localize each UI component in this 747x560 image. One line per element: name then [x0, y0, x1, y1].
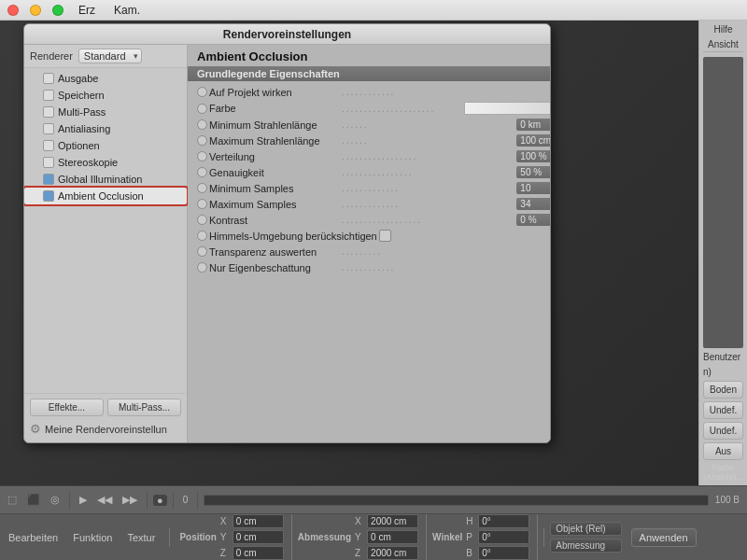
prop-value-vert[interactable]: 100 % [516, 150, 550, 162]
toolbar-divider-1 [69, 491, 70, 510]
prop-radio-maxsamp [197, 199, 207, 209]
prop-row-minsamp: Minimum Samples ............. 10 [197, 180, 550, 196]
prop-row-himmel: Himmels-Umgebung berücksichtigen [197, 228, 550, 244]
section-header: Grundlegende Eigenschaften [188, 66, 550, 81]
winkel-rows: H P B [466, 514, 529, 560]
win-p-input[interactable] [478, 530, 529, 544]
obj-rel-dropdown[interactable]: Objekt (Rel) [550, 522, 621, 536]
sidebar-item-multipass[interactable]: Multi-Pass [24, 104, 187, 120]
prop-dots-0: ............ [342, 87, 550, 97]
prop-label-minsamp: Minimum Samples [209, 183, 340, 194]
prop-value-minstrl[interactable]: 0 km [516, 119, 550, 131]
menu-funktion[interactable]: Funktion [68, 532, 117, 543]
toolbar-timeline[interactable] [204, 495, 709, 506]
prop-value-kontr[interactable]: 0 % [516, 214, 550, 226]
sidebar-item-optionen[interactable]: Optionen [24, 137, 187, 154]
color-bar[interactable] [464, 102, 550, 115]
multipass-btn[interactable]: Multi-Pass... [107, 399, 181, 416]
prop-label-vert: Verteilung [209, 151, 340, 162]
right-panel: Hilfе Ansicht Benutzer n) Boden Undef. U… [698, 21, 747, 485]
pos-y-input[interactable] [233, 530, 284, 544]
prop-value-minsamp[interactable]: 10 [516, 182, 550, 194]
win-p-axis: P [466, 532, 475, 542]
abm-z-input[interactable] [367, 546, 418, 560]
toolbar-icon-play[interactable]: ▶ [76, 494, 91, 506]
prop-radio-gen [197, 167, 207, 177]
speichern-label: Speichern [58, 90, 105, 101]
prop-check-himmel[interactable] [379, 230, 391, 242]
win-row-b: B [466, 546, 529, 560]
meine-label: Meine Rendervoreinstellun [45, 424, 167, 435]
optionen-check [43, 140, 54, 151]
abm-y-axis: Y [355, 532, 364, 542]
abm-y-input[interactable] [367, 530, 418, 544]
effekte-btn[interactable]: Effekte... [30, 399, 104, 416]
win-h-axis: H [466, 516, 475, 526]
toolbar-divider-3 [173, 491, 174, 510]
pos-z-input[interactable] [233, 546, 284, 560]
sidebar-item-gi[interactable]: Global Illumination [24, 171, 187, 188]
menu-kamera[interactable]: Kam. [110, 2, 144, 19]
dialog-titlebar: Rendervoreinstellungen [24, 24, 550, 45]
prop-dots-gen: ................ [342, 167, 514, 177]
pos-x-input[interactable] [233, 514, 284, 528]
right-btn-undef2[interactable]: Undef. [703, 422, 743, 440]
toolbar-icon-record[interactable]: ● [153, 495, 167, 506]
sidebar-item-antialiasing[interactable]: Antialiasing [24, 120, 187, 137]
toolbar-icon-rewind[interactable]: ◀◀ [93, 494, 116, 506]
win-h-input[interactable] [478, 514, 529, 528]
prop-dots-kontr: .................. [342, 215, 514, 225]
right-btn-undef1[interactable]: Undef. [703, 401, 743, 419]
minimize-btn[interactable] [30, 5, 41, 16]
right-panel-farbe-label: Farbe (Ansicht)... [703, 463, 743, 482]
renderer-dropdown[interactable]: Standard [78, 49, 142, 63]
abm-row-y: Y [355, 530, 418, 544]
prop-row-eigen: Nur Eigenbeschattung ............ [197, 259, 550, 275]
meine-row: ⚙ Meine Rendervoreinstellun [30, 420, 181, 438]
speichern-check [43, 90, 54, 101]
prop-row-minstrl: Minimum Strahlenlänge ...... 0 km [197, 117, 550, 133]
prop-label-trans: Transparenz auswerten [209, 246, 340, 258]
toolbar-icon-2[interactable]: ⬛ [23, 494, 44, 506]
prop-radio-kontr [197, 215, 207, 225]
menu-textur[interactable]: Textur [122, 532, 160, 543]
right-panel-benutzer-label: Benutzer [703, 351, 743, 363]
abm-x-input[interactable] [367, 514, 418, 528]
multipass-label: Multi-Pass [58, 106, 106, 118]
sidebar-item-ao[interactable]: Ambient Occlusion [24, 188, 187, 204]
right-btn-boden[interactable]: Boden [703, 381, 743, 399]
prop-value-maxsamp[interactable]: 34 [516, 198, 550, 210]
prop-label-kontr: Kontrast [209, 215, 340, 226]
prop-value-gen[interactable]: 50 % [516, 166, 550, 178]
pos-row-y: Y [220, 530, 284, 544]
sidebar-item-stereoskopie[interactable]: Stereoskopie [24, 154, 187, 171]
prop-row-kontr: Kontrast .................. 0 % [197, 212, 550, 228]
prop-row-farbe: Farbe ..................... [197, 100, 550, 117]
prop-label-minstrl: Minimum Strahlenlänge [209, 119, 340, 131]
sidebar-item-speichern[interactable]: Speichern [24, 87, 187, 104]
toolbar-icon-forward[interactable]: ▶▶ [119, 494, 141, 506]
prop-row-maxsamp: Maximum Samples ............. 34 [197, 196, 550, 212]
win-b-axis: B [466, 548, 475, 558]
menu-bearbeiten[interactable]: Bearbeiten [4, 532, 63, 543]
toolbar-icon-1[interactable]: ⬚ [4, 494, 21, 506]
apply-button[interactable]: Anwenden [631, 528, 697, 547]
right-btn-aus[interactable]: Aus [703, 442, 743, 460]
prop-dots-eigen: ............ [342, 262, 550, 273]
menu-erz[interactable]: Erz [75, 2, 99, 19]
win-b-input[interactable] [478, 546, 529, 560]
maximize-btn[interactable] [52, 5, 63, 16]
sidebar-item-ausgabe[interactable]: Ausgabe [24, 70, 187, 87]
prop-row-gen: Genauigkeit ................ 50 % [197, 164, 550, 180]
close-btn[interactable] [7, 5, 19, 16]
prop-dots-maxsamp: ............. [342, 199, 514, 209]
screen: Erz Kam. Hilfе Ansicht Benutzer n) Boden… [0, 0, 747, 560]
pos-y-axis: Y [220, 532, 230, 542]
properties-list: Auf Projekt wirken ............ Farbe ..… [188, 81, 550, 278]
prop-label-maxsamp: Maximum Samples [209, 199, 340, 210]
toolbar-icon-3[interactable]: ◎ [47, 494, 63, 506]
prop-value-maxstrl[interactable]: 100 cm [516, 134, 550, 147]
pos-row-z: Z [220, 546, 284, 560]
ao-label: Ambient Occlusion [58, 190, 144, 202]
abm-dropdown[interactable]: Abmessung [550, 539, 621, 553]
